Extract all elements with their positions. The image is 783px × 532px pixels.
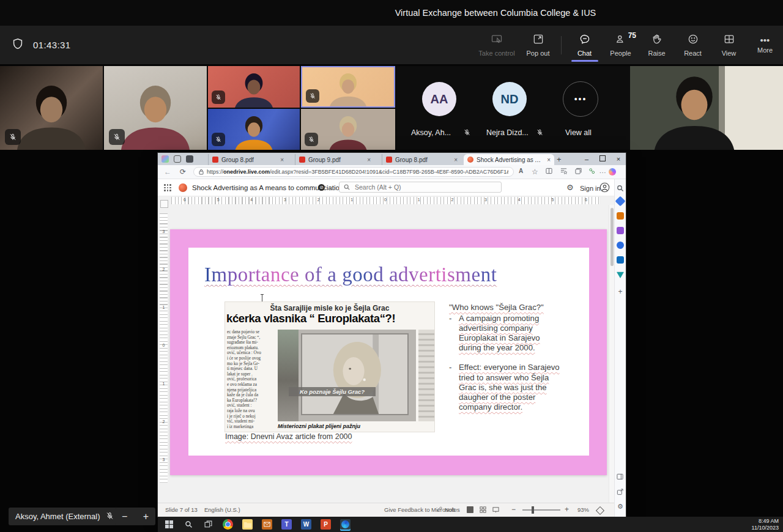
- sign-in-button[interactable]: Sign in: [580, 185, 601, 192]
- participant-video-6[interactable]: [301, 109, 395, 150]
- browser-tab-1[interactable]: Group 8.pdf ×: [208, 154, 288, 165]
- refresh-icon[interactable]: ⟳: [180, 168, 186, 176]
- avatar[interactable]: ND: [492, 82, 527, 116]
- sidebar-settings-icon[interactable]: ⚙: [617, 503, 624, 510]
- chat-button[interactable]: Chat: [566, 26, 603, 64]
- start-button[interactable]: [164, 519, 174, 530]
- participant-video-2[interactable]: [104, 66, 207, 150]
- newspaper-right-column: [418, 330, 434, 421]
- back-icon[interactable]: ←: [164, 168, 171, 176]
- notes-button[interactable]: Notes: [445, 506, 460, 513]
- file-explorer-icon[interactable]: [242, 519, 253, 530]
- account-icon[interactable]: [599, 182, 610, 195]
- chevron-down-icon[interactable]: ⌄: [328, 184, 333, 190]
- zoom-slider[interactable]: [522, 509, 560, 511]
- taskbar-clock[interactable]: 8:49 AM 11/10/2023: [752, 518, 779, 531]
- zoom-in-button[interactable]: +: [565, 505, 569, 514]
- sidebar-add-icon[interactable]: +: [617, 287, 624, 295]
- document-canvas[interactable]: 3210123 Importance of a good advertismen…: [158, 205, 614, 503]
- powerpoint-icon[interactable]: P: [321, 519, 331, 530]
- search-input[interactable]: [354, 183, 497, 191]
- more-button[interactable]: ••• More: [747, 26, 783, 64]
- audio-participants-zone: AA Aksoy, Ah... ND Nejra Dizd... ••• Vie…: [396, 66, 630, 150]
- slide-counter[interactable]: Slide 7 of 13: [165, 506, 198, 513]
- view-all-button[interactable]: •••: [563, 81, 598, 117]
- workspaces-icon[interactable]: [174, 155, 181, 163]
- chrome-icon[interactable]: [223, 519, 233, 530]
- shared-screen-browser: Group 8.pdf × Group 9.pdf × Group 8.pdf …: [158, 153, 626, 517]
- slide-text-block[interactable]: "Who knows "Šejla Grac?" - A campaign pr…: [449, 303, 560, 412]
- split-screen-icon[interactable]: [546, 168, 552, 175]
- browser-essentials-icon[interactable]: [588, 168, 595, 175]
- avatar[interactable]: AA: [422, 82, 456, 116]
- sidebar-open-link-icon[interactable]: [617, 487, 624, 494]
- minimize-button[interactable]: –: [579, 155, 595, 163]
- close-tab-icon[interactable]: ×: [454, 157, 458, 163]
- new-tab-button[interactable]: +: [557, 155, 562, 164]
- close-tab-icon[interactable]: ×: [547, 157, 551, 163]
- sidebar-panel-icon[interactable]: [617, 471, 624, 479]
- sidebar-search-icon[interactable]: [617, 183, 624, 191]
- language-indicator[interactable]: English (U.S.): [204, 506, 240, 513]
- slide-title[interactable]: Importance of a good advertisment: [204, 264, 575, 286]
- word-icon[interactable]: W: [301, 519, 311, 530]
- favorite-star-icon[interactable]: ☆: [532, 168, 538, 176]
- zoom-level[interactable]: 93%: [577, 506, 589, 513]
- scrollbar-thumb[interactable]: [610, 208, 614, 266]
- participant-video-1[interactable]: [0, 66, 103, 150]
- task-view-icon[interactable]: [203, 519, 213, 530]
- mic-muted-icon: [463, 128, 471, 139]
- sidebar-drop-icon[interactable]: [617, 271, 624, 278]
- favorites-bar-icon[interactable]: [560, 168, 567, 175]
- collections-icon[interactable]: [575, 168, 582, 175]
- maximize-button[interactable]: [595, 155, 610, 163]
- sidebar-tools-icon[interactable]: [617, 212, 624, 220]
- profile-avatar-icon[interactable]: [161, 155, 169, 163]
- newspaper-column: ec dana pojavio seznaje Šejlu Grac “,sug…: [227, 330, 276, 429]
- normal-view-icon[interactable]: [467, 506, 473, 514]
- zoom-slider-thumb[interactable]: [532, 506, 534, 514]
- ruler-toggle-button[interactable]: [160, 200, 168, 208]
- pop-out-button[interactable]: Pop out: [520, 26, 556, 64]
- sidebar-people-icon[interactable]: [617, 227, 624, 234]
- zoom-out-button[interactable]: −: [122, 511, 127, 522]
- react-button[interactable]: React: [675, 26, 711, 64]
- outlook-icon[interactable]: [262, 519, 272, 530]
- vertical-scrollbar[interactable]: [609, 205, 614, 503]
- people-button[interactable]: People 75: [603, 26, 639, 64]
- browser-tab-2[interactable]: Group 9.pdf ×: [295, 154, 374, 165]
- slideshow-icon[interactable]: [492, 506, 499, 514]
- sidebar-designer-icon[interactable]: [617, 242, 624, 249]
- slide-sorter-icon[interactable]: [480, 506, 486, 514]
- close-tab-icon[interactable]: ×: [367, 157, 371, 163]
- browser-tab-4-active[interactable]: Shock Advertising as A means to ×: [464, 154, 554, 165]
- zoom-out-button[interactable]: −: [511, 505, 516, 514]
- app-launcher-icon[interactable]: [164, 184, 171, 191]
- raise-hand-button[interactable]: Raise: [639, 26, 675, 64]
- close-tab-icon[interactable]: ×: [280, 157, 284, 163]
- search-box[interactable]: [339, 182, 502, 193]
- sidebar-shopping-icon[interactable]: [615, 196, 626, 207]
- address-bar[interactable]: https://onedrive.live.com/edit.aspx?resi…: [193, 167, 514, 177]
- participant-video-4-active-speaker[interactable]: [301, 66, 395, 108]
- slide[interactable]: Importance of a good advertisment Šta Sa…: [170, 229, 607, 475]
- view-button[interactable]: View: [711, 26, 747, 64]
- copilot-icon[interactable]: [609, 168, 616, 175]
- gear-icon[interactable]: ⚙: [566, 183, 574, 192]
- taskbar-search-icon[interactable]: [184, 519, 194, 530]
- edge-icon[interactable]: [340, 519, 351, 530]
- close-window-button[interactable]: ×: [610, 155, 626, 163]
- newspaper-kicker: Šta Sarajlije misle ko je Šejla Grac: [225, 304, 434, 312]
- participant-video-5[interactable]: [208, 109, 300, 150]
- settings-more-icon[interactable]: ...: [599, 168, 606, 174]
- fit-to-window-icon[interactable]: [596, 506, 604, 515]
- tab-actions-icon[interactable]: [186, 155, 193, 163]
- participant-video-7[interactable]: [630, 66, 783, 150]
- participant-video-3[interactable]: [208, 66, 300, 108]
- sidebar-outlook-icon[interactable]: [617, 256, 624, 264]
- powerpoint-file-icon: [467, 157, 473, 163]
- browser-tab-3[interactable]: Group 8.pdf ×: [382, 154, 461, 165]
- zoom-in-button[interactable]: +: [143, 511, 149, 522]
- read-aloud-icon[interactable]: A: [519, 168, 523, 174]
- teams-icon[interactable]: T: [281, 519, 292, 530]
